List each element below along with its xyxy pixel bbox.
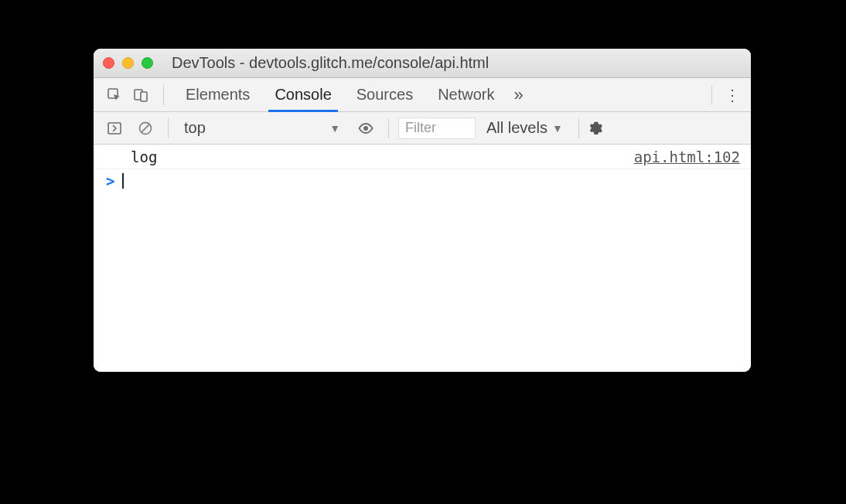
more-tabs-icon[interactable]: » [507,85,530,105]
filter-input[interactable] [398,117,476,139]
tab-console[interactable]: Console [262,78,343,111]
chevron-down-icon: ▼ [329,122,340,135]
tab-sources[interactable]: Sources [344,78,425,111]
divider [711,85,712,105]
svg-point-6 [363,126,368,131]
divider [578,118,579,138]
device-toolbar-icon[interactable] [128,84,154,106]
context-selector[interactable]: top ▼ [178,117,348,140]
svg-rect-3 [108,123,121,134]
log-levels-selector[interactable]: All levels ▼ [480,119,569,137]
divider [163,85,164,105]
close-window-button[interactable] [103,57,114,69]
text-cursor [122,173,123,189]
chevron-down-icon: ▼ [552,122,563,135]
main-tabbar: Elements Console Sources Network » ⋮ [94,78,751,112]
console-toolbar: top ▼ All levels ▼ [94,112,751,145]
window-controls [103,57,153,69]
svg-rect-2 [141,92,147,101]
devtools-window: DevTools - devtools.glitch.me/console/ap… [94,49,751,372]
context-label: top [184,119,206,137]
console-body: log api.html:102 > [94,145,751,372]
live-expression-icon[interactable] [353,117,379,139]
log-message: log [131,148,634,165]
window-title: DevTools - devtools.glitch.me/console/ap… [161,54,742,72]
toggle-sidebar-icon[interactable] [101,117,128,139]
tab-network[interactable]: Network [425,78,507,111]
levels-label: All levels [486,119,548,137]
titlebar: DevTools - devtools.glitch.me/console/ap… [94,49,751,78]
prompt-chevron-icon: > [106,172,122,189]
console-prompt[interactable]: > [94,169,751,192]
tab-elements[interactable]: Elements [173,78,262,111]
divider [168,118,169,138]
select-element-icon[interactable] [101,84,128,106]
clear-console-icon[interactable] [132,117,159,139]
console-settings-icon[interactable] [588,121,612,136]
console-log-entry: log api.html:102 [94,145,751,169]
log-source-link[interactable]: api.html:102 [634,148,740,165]
maximize-window-button[interactable] [142,57,153,69]
svg-line-5 [142,124,149,132]
settings-menu-icon[interactable]: ⋮ [721,86,743,104]
divider [388,118,389,138]
minimize-window-button[interactable] [122,57,134,69]
